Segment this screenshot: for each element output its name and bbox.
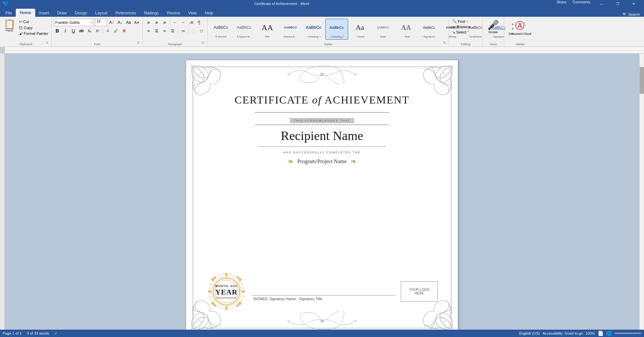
decrease-indent-button[interactable]: ←: [171, 19, 179, 26]
align-center-button[interactable]: ☰: [153, 27, 160, 35]
text-effects-button[interactable]: A: [104, 27, 112, 35]
copy-button[interactable]: ⿻ Copy: [18, 25, 49, 30]
show-marks-button[interactable]: ¶: [196, 19, 203, 26]
share-button[interactable]: Share: [554, 0, 569, 7]
cut-button[interactable]: ✂ Cut: [18, 19, 49, 24]
text-highlight-button[interactable]: 🖊: [112, 27, 120, 35]
paste-button[interactable]: 📋 Paste: [2, 19, 17, 33]
dictate-button[interactable]: 🎤 Dictate: [485, 19, 502, 35]
tab-view[interactable]: View: [184, 9, 201, 17]
change-case-button[interactable]: Aa: [125, 19, 132, 26]
shading-button[interactable]: ░: [190, 27, 197, 35]
tab-file[interactable]: File: [1, 9, 16, 17]
font-color-button[interactable]: A: [120, 27, 128, 35]
zoom-level[interactable]: 100%: [586, 331, 595, 335]
cert-title[interactable]: CERTIFICATE of ACHIEVEMENT: [234, 94, 409, 106]
svg-point-13: [320, 319, 324, 323]
style-item-date[interactable]: AABBCC Date: [372, 19, 394, 40]
left-ruler: [0, 54, 5, 337]
style-name-signature-t: ↑ Signature...: [421, 35, 437, 39]
subscript-button[interactable]: X₂: [86, 27, 93, 35]
paragraph-expand[interactable]: ⊡: [202, 41, 207, 46]
line-spacing-button[interactable]: ↕≡: [179, 27, 187, 35]
italic-button[interactable]: I: [62, 27, 69, 35]
restore-button[interactable]: ❐: [610, 0, 625, 7]
increase-indent-button[interactable]: →: [179, 19, 187, 26]
font-label: Font: [52, 43, 143, 46]
layout-web-icon[interactable]: 🌐: [606, 331, 612, 336]
copy-icon: ⿻: [19, 26, 23, 30]
page-info: Page 1 of 1: [3, 331, 21, 335]
strikethrough-button[interactable]: ab: [78, 27, 85, 35]
superscript-button[interactable]: X²: [94, 27, 101, 35]
find-button[interactable]: 🔍 Find ▾: [451, 19, 469, 24]
format-painter-button[interactable]: 🖌 Format Painter: [18, 31, 49, 36]
tab-insert[interactable]: Insert: [35, 9, 53, 17]
align-left-button[interactable]: ≡: [145, 27, 152, 35]
cert-logo-box[interactable]: YOUR LOGO HERE: [401, 281, 438, 301]
style-item-signature-t[interactable]: AaBbCc ↑ Signature...: [418, 19, 441, 40]
font-size-combo[interactable]: 12: [95, 19, 107, 26]
multilevel-button[interactable]: ≡: [161, 19, 168, 26]
tab-mailings[interactable]: Mailings: [140, 9, 163, 17]
style-item-normal[interactable]: AaBbCc ¶ Normal: [210, 19, 232, 40]
style-preview-date: AABBCC: [373, 20, 393, 35]
borders-button[interactable]: □: [198, 27, 205, 35]
justify-button[interactable]: ☰: [169, 27, 176, 35]
title-bar: 💙 Certificate of Achievement - Word Shar…: [0, 0, 644, 7]
scrollbar-thumb[interactable]: [640, 67, 644, 94]
ribbon-search[interactable]: 🔍 Search: [623, 12, 640, 17]
style-item-title[interactable]: AA Title: [256, 19, 279, 40]
increase-font-button[interactable]: A↑: [108, 19, 115, 26]
decrease-font-button[interactable]: A↓: [116, 19, 124, 26]
tab-help[interactable]: Help: [201, 9, 217, 17]
cert-program[interactable]: Program/Project Name: [297, 158, 346, 164]
close-button[interactable]: ✕: [626, 0, 641, 7]
cert-recipient[interactable]: Recipient Name: [281, 128, 363, 143]
tab-layout[interactable]: Layout: [91, 9, 111, 17]
style-name-heading1: ↑ Heading 1: [306, 35, 321, 39]
document-area: CERTIFICATE of ACHIEVEMENT THIS ACKNOWLE…: [0, 54, 644, 337]
style-item-space-before[interactable]: AaBbCc ¶ Space B...: [233, 19, 256, 40]
font-expand[interactable]: ⊡: [137, 41, 142, 46]
tab-review[interactable]: Review: [163, 9, 184, 17]
sort-button[interactable]: ↕A: [187, 19, 195, 26]
language[interactable]: English (US): [519, 331, 540, 335]
style-name-title: Title: [265, 35, 270, 39]
spell-check-icon[interactable]: ✓: [54, 331, 57, 336]
document-cloud-button[interactable]: Ⓐ Document Cloud: [506, 19, 534, 36]
paragraph-label: Paragraph: [143, 43, 207, 46]
accessibility[interactable]: Accessibility: Good to go: [542, 331, 583, 335]
cert-completed[interactable]: HAS SUCCESSFULLY COMPLETED THE: [283, 151, 361, 154]
style-item-heading1[interactable]: AaBbCc ↑ Heading 1: [302, 19, 325, 40]
adobe-label: Adobe: [504, 43, 536, 46]
style-item-name[interactable]: Aa ↑ Name: [348, 19, 371, 40]
minimize-button[interactable]: —: [594, 0, 609, 7]
style-item-year[interactable]: AA ↑ Year: [395, 19, 418, 40]
align-right-button[interactable]: ≡: [161, 27, 168, 35]
zoom-slider[interactable]: [614, 333, 641, 334]
clear-formatting-button[interactable]: A✕: [133, 19, 141, 26]
vertical-scrollbar[interactable]: [639, 54, 644, 337]
svg-point-14: [287, 320, 289, 322]
ribbon: 📋 Paste ✂ Cut ⿻ Copy 🖌 Format Painter Cl…: [0, 17, 644, 47]
style-item-intense-e[interactable]: AABBCC Intense E...: [279, 19, 302, 40]
tab-home[interactable]: Home: [16, 9, 35, 17]
bullets-button[interactable]: ≡: [145, 19, 152, 26]
editing-select-button[interactable]: ↘ Select ˅: [451, 30, 471, 35]
underline-button[interactable]: U: [70, 27, 77, 35]
tab-draw[interactable]: Draw: [53, 9, 71, 17]
tab-design[interactable]: Design: [71, 9, 91, 17]
replace-button[interactable]: ↔ Replace: [451, 24, 471, 29]
clipboard-expand[interactable]: ⊡: [46, 41, 51, 46]
styles-expand[interactable]: ⊡: [443, 41, 448, 46]
style-preview-heading1: AaBbCc: [303, 20, 324, 35]
tab-references[interactable]: References: [111, 9, 140, 17]
layout-print-icon[interactable]: 📄: [598, 331, 603, 336]
bold-button[interactable]: B: [54, 27, 61, 35]
cert-acknowledges[interactable]: THIS ACKNOWLEDGES THAT: [290, 118, 355, 123]
numbering-button[interactable]: ≡: [153, 19, 160, 26]
style-item-heading2[interactable]: AaBbCc ↑ Heading 2: [325, 19, 348, 40]
comments-button[interactable]: Comments: [570, 0, 593, 7]
font-name-combo[interactable]: Franklin Gothic ▾: [54, 19, 94, 26]
